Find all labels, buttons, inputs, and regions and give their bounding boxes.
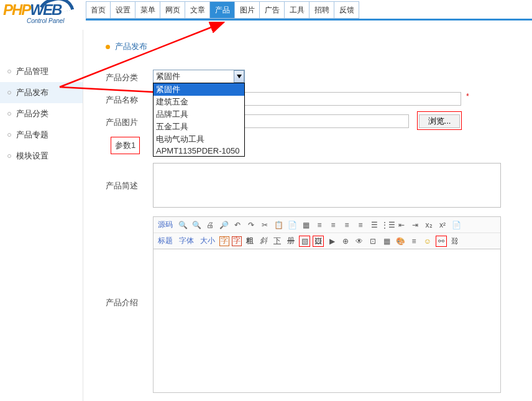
category-select-button[interactable] (234, 70, 244, 83)
breadcrumb-text: 产品发布 (115, 41, 147, 52)
tab-recruit[interactable]: 招聘 (310, 2, 334, 18)
flash-icon[interactable]: ⊕ (340, 236, 351, 247)
picture-icon[interactable]: 🖼 (313, 236, 324, 247)
editor-toolbar-1: 源码 🔍 🔍 🖨 🔎 ↶ ↷ ✂ 📋 📄 ▦ ≡ ≡ ≡ ≡ ☰ ⋮☰ ⇤ ⇥ … (154, 217, 500, 233)
brief-textarea[interactable] (153, 163, 501, 208)
italic-icon[interactable]: 斜 (258, 236, 269, 247)
copy-icon[interactable]: 📋 (273, 219, 284, 231)
superscript-icon[interactable]: x² (437, 219, 448, 231)
sidebar-item-label: 模块设置 (16, 150, 48, 162)
forecolor-icon[interactable]: 字 (219, 236, 229, 246)
tab-image[interactable]: 图片 (235, 2, 260, 18)
backcolor-icon[interactable]: 字 (232, 236, 242, 246)
bold-icon[interactable]: 粗 (244, 236, 255, 247)
category-option[interactable]: 五金工具 (154, 121, 244, 133)
name-label: 产品名称 (106, 92, 153, 106)
emoji-icon[interactable]: ☺ (422, 236, 433, 247)
editor-canvas[interactable] (154, 249, 500, 392)
bullet-icon (7, 70, 11, 73)
unlink-icon[interactable]: ⛓ (449, 236, 461, 247)
undo-icon[interactable]: ↶ (232, 219, 243, 231)
browse-button[interactable]: 浏览... (419, 114, 460, 128)
category-select-value: 紧固件 (156, 71, 180, 82)
media-icon[interactable]: ▶ (326, 236, 337, 247)
paste-icon[interactable]: 📄 (287, 219, 298, 231)
image-icon[interactable]: ▧ (299, 236, 310, 247)
ordered-list-icon[interactable]: ☰ (369, 219, 380, 231)
paste-text-icon[interactable]: ▦ (300, 219, 311, 231)
tab-settings[interactable]: 设置 (111, 2, 135, 18)
sidebar-item-module-settings[interactable]: 模块设置 (0, 145, 83, 167)
tab-underline (86, 19, 532, 21)
align-left-icon[interactable]: ≡ (314, 219, 325, 231)
tab-ad[interactable]: 广告 (260, 2, 285, 18)
zoom-in-icon[interactable]: 🔍 (177, 219, 188, 231)
category-option[interactable]: 电动气动工具 (154, 133, 244, 145)
tab-menu[interactable]: 菜单 (135, 2, 160, 18)
category-option[interactable]: APMT1135PDER-1050 (154, 145, 244, 156)
zoom-out-icon[interactable]: 🔍 (191, 219, 202, 231)
redo-icon[interactable]: ↷ (245, 219, 257, 231)
tab-product[interactable]: 产品 (210, 2, 235, 18)
sidebar-item-product-manage[interactable]: 产品管理 (0, 61, 83, 82)
required-star: * (466, 92, 469, 101)
sidebar-item-product-publish[interactable]: 产品发布 (0, 82, 83, 103)
logo-text-php: PHP (3, 1, 30, 19)
breadcrumb-dot-icon (106, 45, 110, 49)
size-select[interactable]: 大小 (198, 236, 217, 247)
page-icon[interactable]: 📄 (451, 219, 462, 231)
heading-select[interactable]: 标题 (156, 236, 175, 247)
marquee-icon[interactable]: ⊡ (367, 236, 378, 247)
editor-toolbar-2: 标题 字体 大小 字 字 粗 斜 下 册 ▧ 🖼 ▶ ⊕ 👁 ⊡ ▦ 🎨 ≡ ☺… (154, 233, 500, 249)
bullet-icon (7, 91, 11, 94)
table-icon[interactable]: ▦ (381, 236, 392, 247)
category-label: 产品分类 (106, 70, 153, 83)
category-option[interactable]: 紧固件 (154, 83, 244, 96)
cut-icon[interactable]: ✂ (259, 219, 270, 231)
category-options: 紧固件 建筑五金 品牌工具 五金工具 电动气动工具 APMT1135PDER-1… (153, 83, 245, 157)
logo-subtitle: Control Panel (27, 17, 65, 24)
outdent-icon[interactable]: ⇤ (396, 219, 407, 231)
subscript-icon[interactable]: x₂ (423, 219, 434, 231)
sidebar-item-product-topic[interactable]: 产品专题 (0, 124, 83, 145)
view-icon[interactable]: 👁 (354, 236, 365, 247)
tab-article[interactable]: 文章 (185, 2, 210, 18)
category-option[interactable]: 品牌工具 (154, 108, 244, 121)
logo: PHPWEB Control Panel (3, 1, 83, 29)
align-center-icon[interactable]: ≡ (328, 219, 339, 231)
bgcolor-icon[interactable]: 🎨 (395, 236, 406, 247)
bullet-icon (7, 112, 11, 116)
bullet-icon (7, 154, 11, 158)
hr-icon[interactable]: ≡ (408, 236, 420, 247)
tab-tools[interactable]: 工具 (285, 2, 310, 18)
source-button[interactable]: 源码 (156, 219, 175, 231)
breadcrumb: 产品发布 (106, 41, 526, 52)
strike-icon[interactable]: 册 (285, 236, 296, 247)
tab-feedback[interactable]: 反馈 (334, 2, 359, 18)
sidebar: 产品管理 产品发布 产品分类 产品专题 模块设置 (0, 30, 83, 401)
sidebar-item-label: 产品分类 (16, 108, 48, 119)
sidebar-item-product-category[interactable]: 产品分类 (0, 103, 83, 124)
underline-icon[interactable]: 下 (272, 236, 283, 247)
category-option[interactable]: 建筑五金 (154, 96, 244, 108)
param-label: 参数1 (111, 137, 140, 154)
tab-home[interactable]: 首页 (86, 2, 111, 18)
image-label: 产品图片 (106, 114, 153, 128)
align-right-icon[interactable]: ≡ (341, 219, 352, 231)
preview-icon[interactable]: 🔎 (218, 219, 229, 231)
align-justify-icon[interactable]: ≡ (355, 219, 366, 231)
detail-label: 产品介绍 (106, 216, 153, 308)
bullet-icon (7, 133, 11, 137)
sidebar-item-label: 产品管理 (16, 66, 48, 77)
unordered-list-icon[interactable]: ⋮☰ (382, 219, 393, 231)
indent-icon[interactable]: ⇥ (410, 219, 421, 231)
print-icon[interactable]: 🖨 (204, 219, 216, 231)
font-select[interactable]: 字体 (177, 236, 196, 247)
link-icon[interactable]: ⚯ (436, 236, 447, 247)
content-area: 产品发布 产品分类 紧固件 紧固件 建筑五金 品牌工具 五金工具 电动气动工具 … (83, 30, 532, 401)
category-select[interactable]: 紧固件 (153, 70, 245, 83)
top-tabs: 首页 设置 菜单 网页 文章 产品 图片 广告 工具 招聘 反馈 (86, 1, 359, 19)
tab-page[interactable]: 网页 (160, 2, 185, 18)
sidebar-item-label: 产品专题 (16, 129, 48, 141)
brief-label: 产品简述 (106, 163, 153, 191)
